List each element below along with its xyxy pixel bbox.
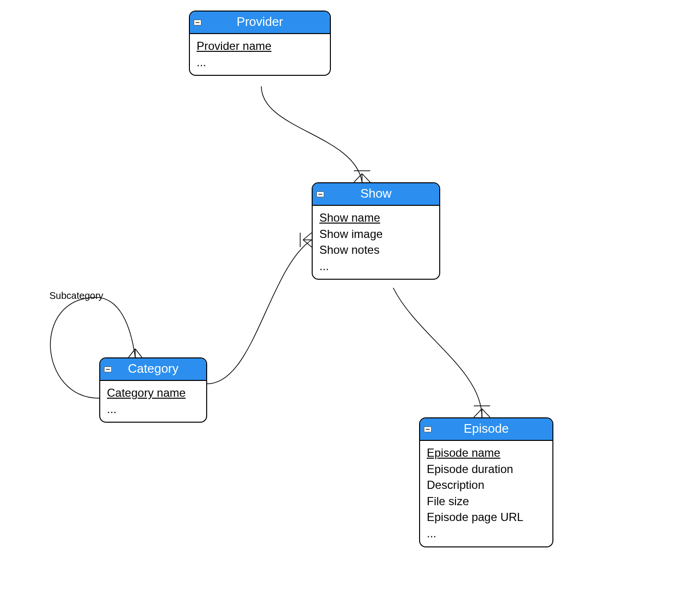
- drive-icon: [194, 20, 201, 25]
- entity-show-attr: Show name: [319, 210, 433, 226]
- entity-provider: Provider Provider name ...: [189, 11, 331, 76]
- entity-episode-attr: Episode page URL: [427, 509, 546, 525]
- entity-show-header: Show: [313, 183, 439, 206]
- svg-line-8: [303, 233, 312, 240]
- entity-category-body: Category name ...: [100, 381, 206, 422]
- drive-icon: [104, 367, 112, 372]
- entity-provider-title: Provider: [237, 14, 283, 29]
- svg-line-9: [303, 240, 312, 247]
- entity-category-attr: Category name: [107, 385, 199, 401]
- entity-episode-header: Episode: [420, 418, 552, 441]
- svg-line-5: [482, 409, 490, 417]
- entity-episode-body: Episode name Episode duration Descriptio…: [420, 441, 552, 546]
- entity-show-attr: Show image: [319, 226, 433, 242]
- entity-provider-body: Provider name ...: [190, 34, 330, 75]
- entity-category-header: Category: [100, 358, 206, 381]
- relationship-label-subcategory: Subcategory: [49, 290, 103, 301]
- er-diagram-canvas: Provider Provider name ... Show Show nam…: [0, 0, 679, 616]
- entity-episode-attr: Episode duration: [427, 461, 546, 477]
- svg-line-13: [135, 349, 142, 357]
- svg-line-12: [129, 349, 135, 357]
- entity-episode-title: Episode: [464, 421, 509, 436]
- svg-line-1: [362, 174, 370, 182]
- entity-category: Category Category name ...: [99, 357, 207, 423]
- entity-episode-attr: Description: [427, 477, 546, 493]
- entity-episode: Episode Episode name Episode duration De…: [419, 417, 553, 547]
- entity-show-attr: Show notes: [319, 242, 433, 258]
- entity-show: Show Show name Show image Show notes ...: [312, 182, 440, 280]
- entity-provider-attr: Provider name: [197, 38, 323, 54]
- entity-category-title: Category: [128, 361, 179, 376]
- entity-provider-attr: ...: [197, 54, 323, 71]
- entity-category-attr: ...: [107, 401, 199, 417]
- drive-icon: [316, 191, 324, 197]
- entity-show-title: Show: [360, 186, 391, 201]
- svg-line-4: [474, 409, 482, 417]
- entity-episode-attr: ...: [427, 525, 546, 542]
- entity-provider-header: Provider: [190, 12, 330, 34]
- entity-show-body: Show name Show image Show notes ...: [313, 206, 439, 279]
- entity-episode-attr: Episode name: [427, 445, 546, 461]
- drive-icon: [424, 426, 432, 432]
- entity-show-attr: ...: [319, 258, 433, 274]
- svg-line-0: [354, 174, 362, 182]
- relationship-lines: [0, 0, 679, 616]
- entity-episode-attr: File size: [427, 493, 546, 509]
